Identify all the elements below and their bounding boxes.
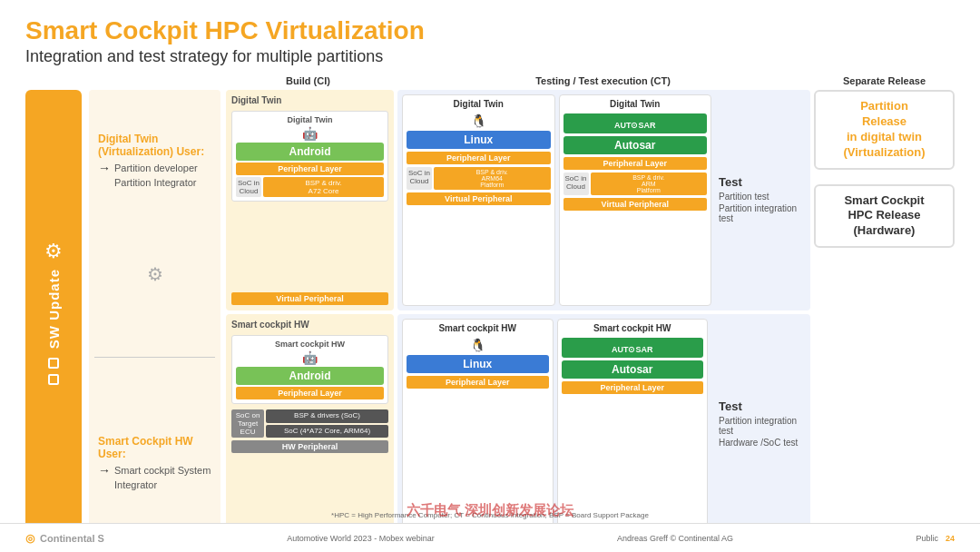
smart-cockpit-system: → Smart cockpit System	[98, 463, 211, 478]
gap	[814, 173, 955, 181]
autosar-text: AUT⊙SAR	[614, 121, 656, 130]
dt-test-title: Test	[719, 175, 802, 189]
vp-autosar: Virtual Peripheral	[564, 198, 708, 211]
build-hw: Smart cockpit HW Smart cockpit HW 🤖 Andr…	[226, 314, 394, 535]
slide: Smart Cockpit HPC Virtualization Integra…	[0, 0, 980, 552]
linux-os-box-hw: Linux	[407, 355, 549, 373]
bsp-box-2: BSP & driv.ARM64Platform	[434, 167, 551, 190]
main-content: ⚙ SW Update Digital Twin (Virtualization…	[25, 90, 955, 535]
slide-subtitle: Integration and test strategy for multip…	[25, 47, 955, 66]
dt-test-item-2: Partition integration test	[719, 203, 802, 223]
partition-developer: → Partition developer	[98, 161, 211, 175]
bsp-box-1: BSP & driv.A72 Core	[263, 177, 384, 197]
testing-hw-autosar-header: Smart cockpit HW	[562, 323, 704, 333]
bsp-drivers-shared: BSP & drivers (SoC)	[266, 409, 388, 423]
testing-header: Testing / Test execution (CT)	[396, 75, 810, 86]
soc-row-android: SoC in Cloud BSP & driv.A72 Core	[236, 177, 384, 197]
linux-peripheral: Peripheral Layer	[407, 152, 551, 164]
android-icon: 🤖	[236, 126, 384, 141]
build-dt-header: Digital Twin	[236, 115, 384, 124]
linux-peripheral-hw: Peripheral Layer	[407, 376, 549, 389]
soc-cloud-2: SoC in Cloud	[407, 167, 432, 190]
hpc-release-text: Smart Cockpit HPC Release (Hardware)	[844, 193, 924, 240]
bottom-user-title: Smart Cockpit HW User:	[98, 435, 211, 460]
android-os-box-2: Android	[236, 367, 384, 385]
full-rows: Digital Twin Digital Twin 🤖 Android Peri…	[226, 90, 955, 535]
testing-hw-linux-header: Smart cockpit HW	[407, 323, 549, 333]
checkboxes-deco	[48, 358, 59, 385]
hw-test-item-1: Partition integration test	[719, 416, 802, 436]
checkbox-1	[48, 358, 59, 369]
android-peripheral: Peripheral Layer	[236, 163, 384, 175]
slide-title: Smart Cockpit HPC Virtualization	[25, 16, 955, 45]
separate-header: Separate Release	[814, 75, 955, 86]
top-user-block: Digital Twin (Virtualization) User: → Pa…	[94, 127, 215, 195]
middle-section: Digital Twin (Virtualization) User: → Pa…	[89, 90, 220, 535]
continental-logo: ◎	[25, 532, 34, 545]
linux-icon: 🐧	[407, 113, 551, 128]
divider	[94, 357, 215, 358]
autosar-os-box-hw: Autosar	[562, 360, 704, 379]
build-ci-cols: Digital Twin Digital Twin 🤖 Android Peri…	[226, 90, 394, 535]
integrator-item: Integrator	[98, 479, 211, 490]
autosar-os-box: Autosar	[564, 136, 708, 154]
autosar-peripheral: Peripheral Layer	[564, 157, 708, 170]
footer-left: ◎ Continental S	[25, 532, 104, 545]
vp-linux: Virtual Peripheral	[407, 192, 551, 205]
bsp-box-3: BSP & driv.ARMPlatform	[591, 172, 708, 195]
soc-target-label: SoC on Target ECU	[231, 409, 264, 438]
hw-test-section: Test Partition integration test Hardware…	[715, 319, 806, 530]
continental-text: Continental S	[40, 533, 104, 544]
left-bar: ⚙ SW Update	[25, 90, 82, 535]
bsp-soc-stack: BSP & drivers (SoC) SoC (4*A72 Core, ARM…	[266, 409, 388, 438]
linux-os-box: Linux	[407, 131, 551, 149]
bottom-user-block: Smart Cockpit HW User: → Smart cockpit S…	[94, 429, 215, 498]
dt-test-item-1: Partition test	[719, 192, 802, 202]
soc-row-autosar: SoC in Cloud BSP & driv.ARMPlatform	[564, 172, 708, 195]
soc-cloud-1: SoC in Cloud	[236, 177, 261, 197]
hw-peripheral-bar-build: HW Peripheral	[231, 440, 388, 453]
soc-row-linux: SoC in Cloud BSP & driv.ARM64Platform	[407, 167, 551, 190]
build-hw-header: Smart cockpit HW	[236, 340, 384, 349]
autosar-text-hw: AUT⊙SAR	[612, 345, 653, 354]
soc-target-row: SoC on Target ECU BSP & drivers (SoC) So…	[231, 409, 388, 438]
virtual-peripheral-build: Virtual Peripheral	[231, 292, 388, 305]
testing-hw-autosar-col: Smart cockpit HW AUT⊙SAR Autosar Periphe…	[557, 319, 709, 530]
hw-test-title: Test	[719, 399, 802, 413]
page-number: 24	[946, 534, 955, 543]
testing-autosar-col: Digital Twin AUT⊙SAR Autosar Peripheral …	[559, 94, 712, 306]
footer-center: Andreas Greff © Continental AG	[617, 534, 733, 543]
android-icon-2: 🤖	[236, 350, 384, 365]
autosar-peripheral-hw: Peripheral Layer	[562, 381, 704, 394]
build-hw-android-block: Smart cockpit HW 🤖 Android Peripheral La…	[231, 335, 388, 404]
hw-android-peripheral: Peripheral Layer	[236, 387, 384, 399]
partition-release-text: Partition Release in digital twin (Virtu…	[843, 99, 925, 161]
top-user-title: Digital Twin (Virtualization) User:	[98, 133, 211, 158]
linux-icon-hw: 🐧	[407, 338, 549, 352]
autosar-logo-box: AUT⊙SAR	[564, 113, 708, 133]
arrow-icon-2: →	[98, 463, 111, 478]
build-digital-twin: Digital Twin Digital Twin 🤖 Android Peri…	[226, 90, 394, 310]
col-headers-row: Build (CI) Testing / Test execution (CT)…	[224, 75, 955, 86]
dt-label: Digital Twin	[231, 95, 388, 105]
soc-cloud-3: SoC in Cloud	[564, 172, 589, 195]
footer-center-left: Automotive World 2023 - Mobex webinar	[287, 534, 434, 543]
testing-linux-col: Digital Twin 🐧 Linux Peripheral Layer So…	[402, 94, 555, 306]
testing-autosar-header: Digital Twin	[564, 99, 708, 109]
footer-right: Public 24	[916, 534, 955, 543]
hw-label: Smart cockpit HW	[231, 320, 388, 330]
separate-release-cols: Partition Release in digital twin (Virtu…	[814, 90, 955, 535]
android-os-box: Android	[236, 143, 384, 161]
footer: ◎ Continental S Automotive World 2023 - …	[0, 523, 980, 552]
soc-shared: SoC (4*A72 Core, ARM64)	[266, 425, 388, 439]
checkbox-2	[48, 374, 59, 385]
autosar-logo-box-hw: AUT⊙SAR	[562, 338, 704, 358]
dt-test-section: Test Partition test Partition integratio…	[715, 94, 806, 306]
testing-hw-linux-col: Smart cockpit HW 🐧 Linux Peripheral Laye…	[402, 319, 554, 530]
hw-test-item-2: Hardware /SoC test	[719, 438, 802, 448]
testing-dt-row: Digital Twin 🐧 Linux Peripheral Layer So…	[397, 90, 810, 310]
testing-hw-row: Smart cockpit HW 🐧 Linux Peripheral Laye…	[397, 314, 810, 535]
partition-integrator: Partition Integrator	[98, 177, 211, 188]
gear-icon: ⚙	[44, 240, 63, 263]
separate-bottom: Smart Cockpit HPC Release (Hardware)	[814, 184, 955, 249]
